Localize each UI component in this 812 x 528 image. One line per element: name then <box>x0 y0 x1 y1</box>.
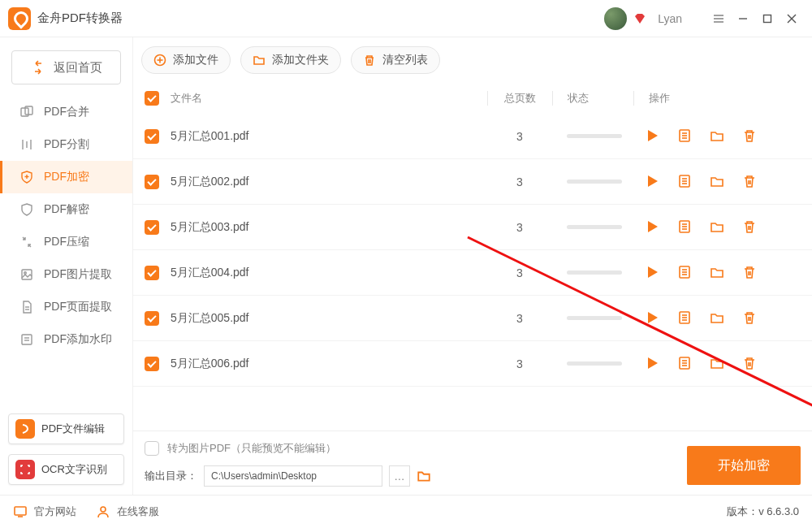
detail-icon[interactable] <box>677 356 693 372</box>
nav-label: PDF添加水印 <box>44 332 112 347</box>
ocr-badge-icon <box>15 460 35 479</box>
progress-bar <box>567 361 622 366</box>
split-icon <box>19 137 34 152</box>
menu-icon[interactable] <box>706 6 731 31</box>
play-icon[interactable] <box>645 310 661 327</box>
sidebar: 返回首页 PDF合并 PDF分割 PDF加密 PDF解密 PDF压缩 PDF图片… <box>0 37 133 495</box>
back-home-button[interactable]: 返回首页 <box>11 50 121 84</box>
detail-icon[interactable] <box>677 265 693 281</box>
ocr-card[interactable]: OCR文字识别 <box>8 454 124 485</box>
app-logo-icon <box>8 7 31 30</box>
shield-icon <box>19 202 34 217</box>
sidebar-item-merge[interactable]: PDF合并 <box>0 96 132 128</box>
status-cell <box>552 225 633 229</box>
merge-icon <box>19 105 34 119</box>
open-folder-icon[interactable] <box>710 310 726 327</box>
sidebar-item-extract-image[interactable]: PDF图片提取 <box>0 258 132 291</box>
main-panel: 添加文件 添加文件夹 清空列表 文件名 总页数 状态 操作 5月汇总001.pd… <box>133 37 812 495</box>
official-site-link[interactable]: 官方网站 <box>13 504 76 519</box>
svg-rect-4 <box>764 15 771 22</box>
progress-bar <box>567 180 622 184</box>
open-folder-icon[interactable] <box>710 174 726 190</box>
row-checkbox[interactable] <box>145 129 159 144</box>
watermark-icon <box>19 332 34 347</box>
official-site-label: 官方网站 <box>34 504 76 519</box>
progress-bar <box>567 270 622 275</box>
output-dir-input[interactable] <box>204 465 382 487</box>
row-checkbox[interactable] <box>145 311 159 326</box>
page-count: 3 <box>487 312 552 325</box>
delete-icon[interactable] <box>742 174 758 190</box>
maximize-button[interactable] <box>755 6 780 31</box>
browse-button[interactable]: … <box>389 465 410 487</box>
detail-icon[interactable] <box>677 128 693 145</box>
row-checkbox[interactable] <box>145 175 159 189</box>
sidebar-item-watermark[interactable]: PDF添加水印 <box>0 323 132 356</box>
file-name: 5月汇总001.pdf <box>171 129 487 144</box>
sidebar-item-encrypt[interactable]: PDF加密 <box>0 161 132 193</box>
play-icon[interactable] <box>645 219 661 236</box>
nav-label: PDF解密 <box>44 202 89 217</box>
footer: 官方网站 在线客服 版本：v 6.6.3.0 <box>0 495 812 528</box>
add-file-label: 添加文件 <box>173 53 218 67</box>
pdf-editor-card[interactable]: PDF文件编辑 <box>8 413 124 444</box>
play-icon[interactable] <box>645 265 661 281</box>
table-header: 文件名 总页数 状态 操作 <box>133 83 812 114</box>
row-checkbox[interactable] <box>145 220 159 235</box>
delete-icon[interactable] <box>742 356 758 372</box>
clear-list-label: 清空列表 <box>382 53 428 67</box>
svg-point-15 <box>24 272 27 275</box>
status-cell <box>552 361 633 366</box>
progress-bar <box>567 225 622 229</box>
open-folder-icon[interactable] <box>710 265 726 281</box>
image-pdf-label: 转为图片PDF（只能预览不能编辑） <box>167 441 336 456</box>
add-file-button[interactable]: 添加文件 <box>141 46 231 74</box>
status-cell <box>552 180 633 184</box>
detail-icon[interactable] <box>677 219 693 236</box>
file-rows: 5月汇总001.pdf35月汇总002.pdf35月汇总003.pdf35月汇总… <box>133 114 812 387</box>
delete-icon[interactable] <box>742 219 758 236</box>
minimize-button[interactable] <box>731 6 755 31</box>
clear-list-button[interactable]: 清空列表 <box>351 46 440 74</box>
detail-icon[interactable] <box>677 310 693 327</box>
table-row: 5月汇总003.pdf3 <box>133 205 812 250</box>
sidebar-item-compress[interactable]: PDF压缩 <box>0 226 132 258</box>
detail-icon[interactable] <box>677 174 693 190</box>
user-avatar[interactable] <box>604 7 627 30</box>
vip-gem-icon[interactable] <box>633 12 646 25</box>
svg-point-51 <box>101 507 106 512</box>
row-checkbox[interactable] <box>145 357 159 371</box>
image-icon <box>19 267 34 282</box>
support-link[interactable]: 在线客服 <box>96 504 159 519</box>
table-row: 5月汇总002.pdf3 <box>133 159 812 205</box>
start-encrypt-button[interactable]: 开始加密 <box>687 446 801 485</box>
col-name-header: 文件名 <box>171 91 487 106</box>
row-checkbox[interactable] <box>145 266 159 280</box>
open-folder-icon[interactable] <box>417 469 431 483</box>
play-icon[interactable] <box>645 356 661 372</box>
nav-label: PDF分割 <box>44 137 89 152</box>
open-folder-icon[interactable] <box>710 219 726 236</box>
sidebar-item-split[interactable]: PDF分割 <box>0 128 132 161</box>
add-folder-button[interactable]: 添加文件夹 <box>240 46 341 74</box>
delete-icon[interactable] <box>742 128 758 145</box>
delete-icon[interactable] <box>742 310 758 327</box>
image-pdf-checkbox[interactable] <box>145 441 159 456</box>
play-icon[interactable] <box>645 174 661 190</box>
nav-label: PDF页面提取 <box>44 300 112 314</box>
sidebar-item-decrypt[interactable]: PDF解密 <box>0 193 132 226</box>
sidebar-item-extract-page[interactable]: PDF页面提取 <box>0 291 132 323</box>
close-button[interactable] <box>780 6 804 31</box>
page-count: 3 <box>487 357 552 370</box>
play-icon[interactable] <box>645 128 661 145</box>
page-count: 3 <box>487 175 552 188</box>
ocr-card-label: OCR文字识别 <box>41 462 107 477</box>
open-folder-icon[interactable] <box>710 128 726 145</box>
file-name: 5月汇总002.pdf <box>171 175 487 189</box>
open-folder-icon[interactable] <box>710 356 726 372</box>
delete-icon[interactable] <box>742 265 758 281</box>
select-all-checkbox[interactable] <box>145 91 159 106</box>
page-count: 3 <box>487 266 552 279</box>
username-label[interactable]: Lyan <box>658 12 682 25</box>
nav-label: PDF合并 <box>44 105 89 119</box>
